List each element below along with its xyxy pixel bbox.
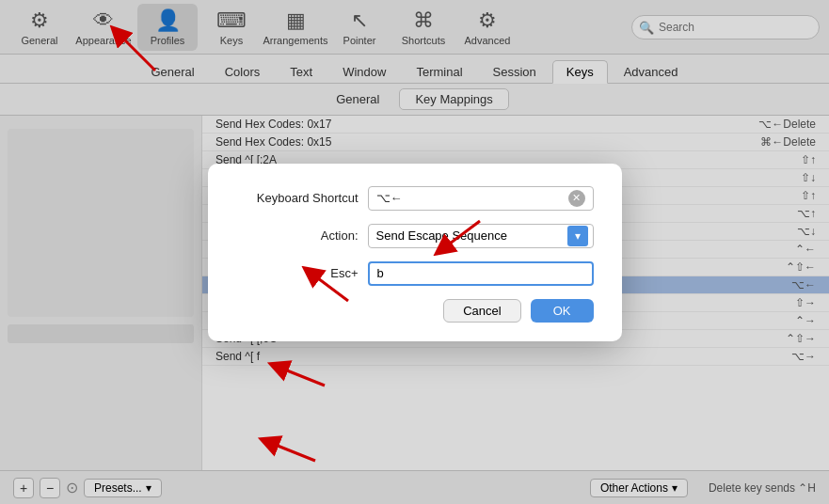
- modal-dialog: Keyboard Shortcut ⌥← ✕ Action: Send Esca…: [208, 164, 622, 341]
- modal-buttons: Cancel OK: [236, 299, 594, 323]
- cancel-button[interactable]: Cancel: [443, 299, 520, 323]
- keyboard-shortcut-row: Keyboard Shortcut ⌥← ✕: [236, 186, 594, 211]
- esc-label: Esc+: [236, 266, 359, 280]
- keyboard-shortcut-input[interactable]: ⌥← ✕: [368, 186, 594, 211]
- action-select[interactable]: Send Escape Sequence: [368, 224, 594, 248]
- esc-row: Esc+: [236, 261, 594, 286]
- clear-shortcut-button[interactable]: ✕: [568, 190, 585, 207]
- keyboard-shortcut-value: ⌥←: [376, 191, 403, 205]
- action-label: Action:: [236, 228, 359, 243]
- ok-button[interactable]: OK: [531, 299, 594, 323]
- action-row: Action: Send Escape Sequence ▾: [236, 224, 594, 248]
- esc-input[interactable]: [368, 261, 594, 286]
- keyboard-shortcut-label: Keyboard Shortcut: [236, 191, 359, 205]
- modal-overlay: Keyboard Shortcut ⌥← ✕ Action: Send Esca…: [0, 0, 829, 504]
- action-select-wrapper: Send Escape Sequence ▾: [368, 224, 594, 248]
